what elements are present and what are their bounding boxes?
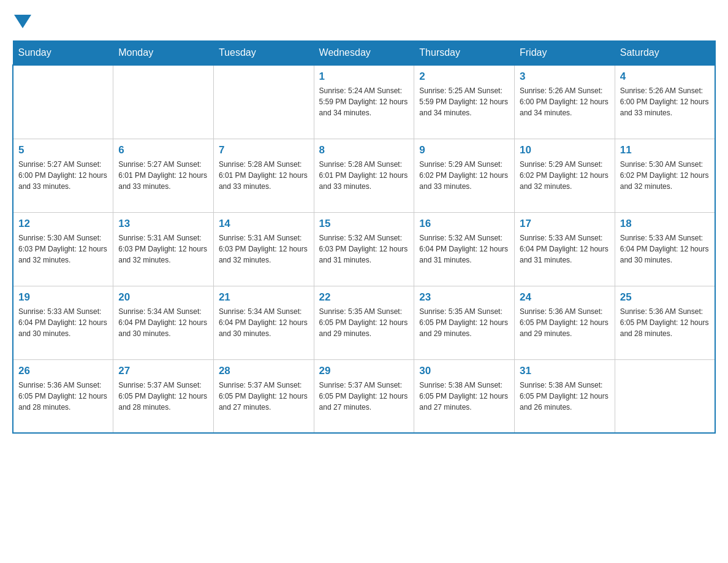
day-info: Sunrise: 5:28 AM Sunset: 6:01 PM Dayligh… (219, 159, 309, 192)
calendar-cell: 6Sunrise: 5:27 AM Sunset: 6:01 PM Daylig… (113, 139, 214, 212)
day-info: Sunrise: 5:24 AM Sunset: 5:59 PM Dayligh… (319, 85, 409, 118)
day-number: 10 (520, 144, 610, 156)
day-number: 26 (18, 365, 108, 377)
day-number: 21 (219, 291, 309, 304)
day-number: 22 (319, 291, 409, 304)
calendar-cell: 8Sunrise: 5:28 AM Sunset: 6:01 PM Daylig… (314, 139, 414, 212)
weekday-header-monday: Monday (113, 41, 214, 66)
day-number: 1 (319, 71, 409, 83)
calendar-cell: 11Sunrise: 5:30 AM Sunset: 6:02 PM Dayli… (615, 139, 715, 212)
day-info: Sunrise: 5:28 AM Sunset: 6:01 PM Dayligh… (319, 159, 409, 192)
calendar-cell (13, 65, 113, 139)
day-number: 13 (118, 218, 208, 230)
day-info: Sunrise: 5:38 AM Sunset: 6:05 PM Dayligh… (520, 380, 610, 413)
day-number: 4 (620, 71, 710, 83)
calendar-week-row: 26Sunrise: 5:36 AM Sunset: 6:05 PM Dayli… (13, 359, 715, 433)
calendar-cell: 21Sunrise: 5:34 AM Sunset: 6:04 PM Dayli… (213, 286, 314, 359)
calendar-cell: 18Sunrise: 5:33 AM Sunset: 6:04 PM Dayli… (615, 212, 715, 286)
day-info: Sunrise: 5:36 AM Sunset: 6:05 PM Dayligh… (18, 380, 108, 413)
day-number: 9 (419, 144, 509, 156)
day-info: Sunrise: 5:38 AM Sunset: 6:05 PM Dayligh… (419, 380, 509, 413)
day-number: 19 (18, 291, 108, 304)
day-number: 25 (620, 291, 710, 304)
calendar-week-row: 12Sunrise: 5:30 AM Sunset: 6:03 PM Dayli… (13, 212, 715, 286)
day-info: Sunrise: 5:36 AM Sunset: 6:05 PM Dayligh… (520, 306, 610, 339)
calendar-cell: 16Sunrise: 5:32 AM Sunset: 6:04 PM Dayli… (414, 212, 515, 286)
calendar-cell: 2Sunrise: 5:25 AM Sunset: 5:59 PM Daylig… (414, 65, 515, 139)
day-number: 17 (520, 218, 610, 230)
day-info: Sunrise: 5:26 AM Sunset: 6:00 PM Dayligh… (520, 85, 610, 118)
day-number: 23 (419, 291, 509, 304)
day-info: Sunrise: 5:32 AM Sunset: 6:04 PM Dayligh… (419, 232, 509, 266)
weekday-header-wednesday: Wednesday (314, 41, 414, 66)
weekday-header-saturday: Saturday (615, 41, 715, 66)
calendar-cell: 31Sunrise: 5:38 AM Sunset: 6:05 PM Dayli… (515, 359, 615, 433)
day-info: Sunrise: 5:34 AM Sunset: 6:04 PM Dayligh… (219, 306, 309, 339)
day-number: 15 (319, 218, 409, 230)
calendar-cell: 10Sunrise: 5:29 AM Sunset: 6:02 PM Dayli… (515, 139, 615, 212)
day-info: Sunrise: 5:30 AM Sunset: 6:03 PM Dayligh… (18, 232, 108, 266)
calendar-cell: 24Sunrise: 5:36 AM Sunset: 6:05 PM Dayli… (515, 286, 615, 359)
day-info: Sunrise: 5:37 AM Sunset: 6:05 PM Dayligh… (219, 380, 309, 413)
day-info: Sunrise: 5:29 AM Sunset: 6:02 PM Dayligh… (419, 159, 509, 192)
day-number: 24 (520, 291, 610, 304)
calendar-cell (113, 65, 214, 139)
calendar-week-row: 1Sunrise: 5:24 AM Sunset: 5:59 PM Daylig… (13, 65, 715, 139)
day-info: Sunrise: 5:31 AM Sunset: 6:03 PM Dayligh… (219, 232, 309, 266)
calendar-cell: 14Sunrise: 5:31 AM Sunset: 6:03 PM Dayli… (213, 212, 314, 286)
day-number: 18 (620, 218, 710, 230)
day-number: 8 (319, 144, 409, 156)
day-number: 29 (319, 365, 409, 377)
calendar-cell: 26Sunrise: 5:36 AM Sunset: 6:05 PM Dayli… (13, 359, 113, 433)
calendar-cell: 30Sunrise: 5:38 AM Sunset: 6:05 PM Dayli… (414, 359, 515, 433)
weekday-header-sunday: Sunday (13, 41, 113, 66)
day-info: Sunrise: 5:33 AM Sunset: 6:04 PM Dayligh… (18, 306, 108, 339)
day-info: Sunrise: 5:35 AM Sunset: 6:05 PM Dayligh… (319, 306, 409, 339)
calendar-cell: 9Sunrise: 5:29 AM Sunset: 6:02 PM Daylig… (414, 139, 515, 212)
day-number: 12 (18, 218, 108, 230)
calendar-cell: 27Sunrise: 5:37 AM Sunset: 6:05 PM Dayli… (113, 359, 214, 433)
day-number: 5 (18, 144, 108, 156)
day-info: Sunrise: 5:30 AM Sunset: 6:02 PM Dayligh… (620, 159, 710, 192)
calendar-cell: 4Sunrise: 5:26 AM Sunset: 6:00 PM Daylig… (615, 65, 715, 139)
logo-triangle-icon (14, 15, 31, 28)
day-info: Sunrise: 5:37 AM Sunset: 6:05 PM Dayligh… (118, 380, 208, 413)
calendar-cell: 15Sunrise: 5:32 AM Sunset: 6:03 PM Dayli… (314, 212, 414, 286)
day-number: 11 (620, 144, 710, 156)
logo (12, 12, 31, 28)
day-info: Sunrise: 5:34 AM Sunset: 6:04 PM Dayligh… (118, 306, 208, 339)
calendar-cell: 13Sunrise: 5:31 AM Sunset: 6:03 PM Dayli… (113, 212, 214, 286)
weekday-header-tuesday: Tuesday (213, 41, 314, 66)
calendar-cell: 7Sunrise: 5:28 AM Sunset: 6:01 PM Daylig… (213, 139, 314, 212)
calendar-cell: 1Sunrise: 5:24 AM Sunset: 5:59 PM Daylig… (314, 65, 414, 139)
day-info: Sunrise: 5:25 AM Sunset: 5:59 PM Dayligh… (419, 85, 509, 118)
day-number: 28 (219, 365, 309, 377)
calendar-cell: 29Sunrise: 5:37 AM Sunset: 6:05 PM Dayli… (314, 359, 414, 433)
weekday-header-friday: Friday (515, 41, 615, 66)
calendar-table: SundayMondayTuesdayWednesdayThursdayFrid… (12, 40, 716, 434)
day-number: 30 (419, 365, 509, 377)
day-number: 2 (419, 71, 509, 83)
calendar-cell: 25Sunrise: 5:36 AM Sunset: 6:05 PM Dayli… (615, 286, 715, 359)
day-info: Sunrise: 5:27 AM Sunset: 6:00 PM Dayligh… (18, 159, 108, 192)
calendar-cell: 5Sunrise: 5:27 AM Sunset: 6:00 PM Daylig… (13, 139, 113, 212)
day-info: Sunrise: 5:35 AM Sunset: 6:05 PM Dayligh… (419, 306, 509, 339)
weekday-header-row: SundayMondayTuesdayWednesdayThursdayFrid… (13, 41, 715, 66)
day-info: Sunrise: 5:32 AM Sunset: 6:03 PM Dayligh… (319, 232, 409, 266)
calendar-cell: 23Sunrise: 5:35 AM Sunset: 6:05 PM Dayli… (414, 286, 515, 359)
calendar-week-row: 19Sunrise: 5:33 AM Sunset: 6:04 PM Dayli… (13, 286, 715, 359)
day-info: Sunrise: 5:33 AM Sunset: 6:04 PM Dayligh… (520, 232, 610, 266)
day-info: Sunrise: 5:36 AM Sunset: 6:05 PM Dayligh… (620, 306, 710, 339)
day-info: Sunrise: 5:37 AM Sunset: 6:05 PM Dayligh… (319, 380, 409, 413)
day-number: 20 (118, 291, 208, 304)
day-number: 3 (520, 71, 610, 83)
day-info: Sunrise: 5:29 AM Sunset: 6:02 PM Dayligh… (520, 159, 610, 192)
calendar-cell: 3Sunrise: 5:26 AM Sunset: 6:00 PM Daylig… (515, 65, 615, 139)
day-info: Sunrise: 5:27 AM Sunset: 6:01 PM Dayligh… (118, 159, 208, 192)
calendar-cell: 28Sunrise: 5:37 AM Sunset: 6:05 PM Dayli… (213, 359, 314, 433)
day-info: Sunrise: 5:26 AM Sunset: 6:00 PM Dayligh… (620, 85, 710, 118)
calendar-cell: 19Sunrise: 5:33 AM Sunset: 6:04 PM Dayli… (13, 286, 113, 359)
day-number: 16 (419, 218, 509, 230)
day-number: 27 (118, 365, 208, 377)
calendar-cell: 20Sunrise: 5:34 AM Sunset: 6:04 PM Dayli… (113, 286, 214, 359)
